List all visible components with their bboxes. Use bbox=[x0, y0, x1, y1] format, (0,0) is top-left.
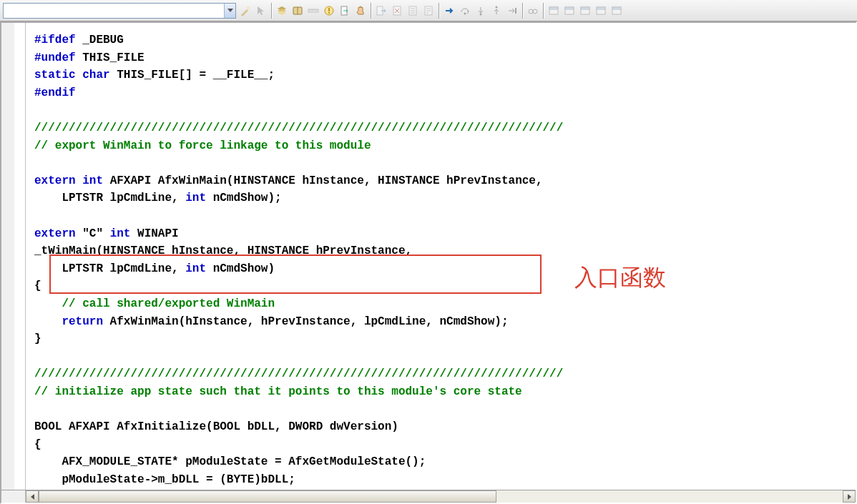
code-token: _tWinMain(HINSTANCE hInstance, HINSTANCE… bbox=[34, 244, 412, 257]
window1-icon[interactable] bbox=[546, 3, 562, 19]
code-text[interactable]: #ifdef _DEBUG #undef THIS_FILE static ch… bbox=[26, 23, 856, 488]
code-token: static bbox=[34, 69, 76, 81]
run-to-icon[interactable] bbox=[504, 3, 520, 19]
code-token: BOOL AFXAPI AfxInitialize(BOOL bDLL, DWO… bbox=[34, 420, 398, 433]
toolbar-buttons bbox=[237, 3, 625, 19]
code-token: // export WinMain to force linkage to th… bbox=[34, 139, 371, 152]
svg-rect-6 bbox=[328, 12, 330, 14]
svg-rect-19 bbox=[549, 7, 558, 9]
code-token: pModuleState->m_bDLL = (BYTE)bDLL; bbox=[34, 473, 295, 486]
code-token: #endif bbox=[34, 87, 76, 99]
doc-arrow-icon[interactable] bbox=[373, 3, 389, 19]
svg-point-14 bbox=[496, 6, 498, 8]
chevron-down-icon[interactable] bbox=[224, 4, 235, 18]
window4-icon[interactable] bbox=[593, 3, 609, 19]
svg-rect-15 bbox=[515, 8, 516, 14]
code-token: return bbox=[62, 315, 103, 328]
doc-right-icon[interactable] bbox=[337, 3, 353, 19]
editor-gutter bbox=[1, 23, 26, 490]
stack-icon[interactable] bbox=[274, 3, 290, 19]
code-token: #undef bbox=[34, 51, 76, 64]
code-token: int bbox=[110, 227, 131, 240]
svg-point-12 bbox=[464, 12, 466, 14]
scrollbar-spacer bbox=[1, 490, 26, 503]
step-into-icon[interactable] bbox=[473, 3, 489, 19]
glasses-icon[interactable] bbox=[525, 3, 541, 19]
scroll-right-button[interactable] bbox=[843, 490, 856, 503]
svg-rect-21 bbox=[565, 7, 574, 9]
editor-frame: #ifdef _DEBUG #undef THIS_FILE static ch… bbox=[0, 21, 857, 504]
code-token: THIS_FILE bbox=[76, 51, 145, 64]
window2-icon[interactable] bbox=[562, 3, 577, 19]
toolbar-separator bbox=[543, 3, 544, 19]
toolbar-combo[interactable] bbox=[3, 3, 236, 19]
svg-rect-23 bbox=[581, 7, 589, 9]
svg-rect-25 bbox=[597, 7, 605, 9]
code-token: int bbox=[82, 174, 103, 187]
code-token: nCmdShow); bbox=[206, 192, 282, 204]
scroll-thumb[interactable] bbox=[39, 490, 496, 503]
code-token: LPTSTR lpCmdLine, bbox=[34, 262, 185, 275]
editor-wrap: #ifdef _DEBUG #undef THIS_FILE static ch… bbox=[1, 23, 856, 490]
code-token bbox=[76, 69, 83, 81]
code-token: } bbox=[34, 332, 41, 345]
code-token: LPTSTR lpCmdLine, bbox=[34, 192, 185, 204]
code-token: AfxWinMain(hInstance, hPrevInstance, lpC… bbox=[103, 315, 509, 328]
window5-icon[interactable] bbox=[609, 3, 625, 19]
scroll-track[interactable] bbox=[39, 490, 843, 503]
svg-point-13 bbox=[480, 13, 482, 15]
code-token: int bbox=[185, 262, 206, 275]
book-icon[interactable] bbox=[290, 3, 305, 19]
toolbar-separator bbox=[371, 3, 371, 19]
pointer-icon[interactable] bbox=[253, 3, 269, 19]
svg-point-0 bbox=[247, 6, 250, 9]
exclaim-icon[interactable] bbox=[321, 3, 337, 19]
code-token: WINAPI bbox=[130, 227, 178, 240]
code-token: AFXAPI AfxWinMain(HINSTANCE hInstance, H… bbox=[103, 174, 543, 187]
toolbar-separator bbox=[271, 3, 272, 19]
code-token: // call shared/exported WinMain bbox=[62, 297, 275, 310]
code-token: nCmdShow) bbox=[206, 262, 275, 275]
step-over-icon[interactable] bbox=[457, 3, 473, 19]
doc-x-icon[interactable] bbox=[389, 3, 405, 19]
code-token: ////////////////////////////////////////… bbox=[34, 122, 563, 134]
code-token bbox=[34, 297, 62, 310]
step-out-icon[interactable] bbox=[489, 3, 504, 19]
svg-point-16 bbox=[529, 9, 533, 14]
code-token: char bbox=[82, 69, 109, 81]
code-token bbox=[34, 315, 62, 328]
code-viewport[interactable]: #ifdef _DEBUG #undef THIS_FILE static ch… bbox=[26, 23, 856, 490]
code-token: _DEBUG bbox=[76, 34, 124, 46]
code-token: ////////////////////////////////////////… bbox=[34, 367, 563, 380]
horizontal-scrollbar[interactable] bbox=[1, 490, 856, 503]
hand-icon[interactable] bbox=[353, 3, 368, 19]
toolbar bbox=[0, 0, 857, 21]
toolbar-separator bbox=[522, 3, 523, 19]
code-token: extern bbox=[34, 174, 76, 187]
breakpoint-margin[interactable] bbox=[1, 23, 14, 490]
svg-point-17 bbox=[533, 9, 537, 14]
scroll-left-button[interactable] bbox=[26, 490, 39, 503]
code-token: { bbox=[34, 280, 41, 292]
code-token: #ifdef bbox=[34, 34, 76, 46]
svg-rect-27 bbox=[612, 7, 621, 9]
code-token: AFX_MODULE_STATE* pModuleState = AfxGetM… bbox=[34, 455, 426, 468]
code-token: THIS_FILE[] = __FILE__; bbox=[110, 69, 275, 81]
code-token bbox=[76, 174, 83, 187]
code-token: "C" bbox=[76, 227, 110, 240]
code-token: int bbox=[185, 192, 206, 204]
ruler-icon[interactable] bbox=[305, 3, 321, 19]
wand-icon[interactable] bbox=[237, 3, 253, 19]
window3-icon[interactable] bbox=[577, 3, 593, 19]
toolbar-separator bbox=[439, 3, 439, 19]
code-token: extern bbox=[34, 227, 76, 240]
doc-lines-icon[interactable] bbox=[405, 3, 421, 19]
doc-lines2-icon[interactable] bbox=[421, 3, 436, 19]
svg-rect-5 bbox=[328, 8, 330, 11]
arrow-right-icon[interactable] bbox=[441, 3, 457, 19]
code-token: { bbox=[34, 438, 41, 451]
code-token: // initialize app state such that it poi… bbox=[34, 385, 522, 398]
